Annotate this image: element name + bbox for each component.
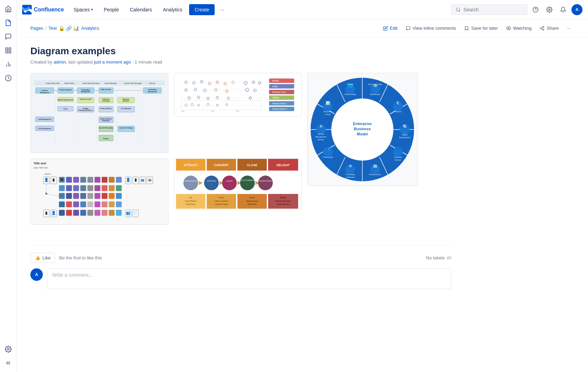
svg-line-230 [46,194,59,197]
svg-text:Blog Posts: Blog Posts [186,203,196,205]
user-avatar[interactable]: A [571,4,582,15]
svg-rect-239 [116,201,122,207]
comment-section: A Write a comment... [30,268,451,289]
svg-text:CLOSE: CLOSE [247,163,257,167]
svg-text:👤: 👤 [126,178,130,182]
more-actions-button[interactable]: ··· [564,23,574,33]
sidebar-settings-icon[interactable] [2,343,14,355]
svg-rect-235 [87,201,93,207]
breadcrumb-analytics[interactable]: Analytics [81,26,99,31]
svg-text:Long Term Strategy: Long Term Strategy [119,127,133,129]
calendars-nav[interactable]: Calendars [126,4,156,15]
svg-text:Management: Management [148,91,157,93]
save-for-later-button[interactable]: Save for later [461,23,501,33]
svg-point-114 [191,103,194,106]
page-content: Pages / Test 🔒 🔗 📊 Analytics Edit View i… [17,19,588,372]
svg-text:Development: Development [399,136,411,139]
svg-rect-226 [109,193,115,199]
svg-point-105 [254,89,256,92]
analytics-nav[interactable]: Analytics [159,4,186,15]
diagram-network[interactable]: Title test Sub-Title test Actors 👤 📱 [30,159,168,225]
diagram-flowchart[interactable]: Inside Sales Rep Sales Admin Sales Repre… [30,73,168,153]
svg-point-98 [258,82,261,84]
svg-rect-214 [87,185,93,191]
settings-button[interactable] [544,4,555,15]
enterprise-svg: Enterprise Business Model [309,76,416,183]
svg-text:Events: Events [280,197,286,199]
svg-text:👤: 👤 [44,178,49,182]
svg-rect-198 [95,177,100,183]
svg-text:Allocation: Allocation [122,100,129,102]
svg-text:📱: 📱 [52,178,56,182]
svg-text:Enterprise: Enterprise [353,122,372,126]
comment-input[interactable]: Write a comment... [47,268,451,289]
more-nav-button[interactable]: ··· [217,4,227,15]
svg-text:↓: ↓ [211,183,212,185]
sidebar-recent-icon[interactable] [2,72,14,84]
search-box[interactable]: Search [451,4,527,15]
people-nav[interactable]: People [100,4,123,15]
breadcrumb-lock-icon: 🔒 [59,26,65,31]
page-body: Diagram examples Created by admin, last … [17,37,465,303]
sidebar-grid-icon[interactable] [2,44,14,57]
svg-point-14 [549,9,550,10]
svg-text:📄: 📄 [134,211,138,215]
tag-icon: 🏷 [447,255,451,260]
svg-text:Inventory Control: Inventory Control [80,98,91,100]
svg-text:Smart Content: Smart Content [277,203,290,205]
sidebar-collapse-icon[interactable] [2,357,14,369]
breadcrumb-link-icon: 🔗 [66,26,72,31]
svg-text:Global: Global [347,83,353,85]
help-button[interactable] [530,4,541,15]
svg-text:🏢: 🏢 [373,164,378,168]
svg-text:👤: 👤 [51,211,56,215]
search-icon [456,7,461,12]
svg-text:Infrastructure: Infrastructure [369,173,381,175]
breadcrumb-test[interactable]: Test [49,26,57,31]
svg-text:Credit Management: Credit Management [38,118,51,120]
svg-text:⚙: ⚙ [349,164,352,168]
svg-point-107 [197,96,200,98]
flowchart-svg: Inside Sales Rep Sales Admin Sales Repre… [34,77,165,149]
diagram-enterprise[interactable]: Enterprise Business Model [307,73,418,186]
svg-text:Community: Community [323,156,333,158]
svg-text:Social Media: Social Media [185,200,197,202]
edit-button[interactable]: Edit [380,23,401,33]
share-button[interactable]: Share [536,23,562,33]
svg-text:↓: ↓ [247,183,248,185]
svg-point-96 [244,81,247,84]
svg-rect-233 [73,201,79,207]
view-inline-comments-button[interactable]: View inline comments [402,23,459,33]
svg-text:Outstanding: Outstanding [148,89,157,90]
svg-text:Sales Admin: Sales Admin [64,82,74,84]
create-button[interactable]: Create [189,4,215,15]
svg-text:Gross: Gross [63,108,68,110]
svg-text:Feature team 1: Feature team 1 [272,102,287,105]
diagram-timeline[interactable]: 1.0 2.0 3.1 [174,73,302,117]
watching-button[interactable]: Watching [503,23,535,33]
notifications-button[interactable] [558,4,569,15]
svg-rect-221 [73,193,79,199]
breadcrumb-pages[interactable]: Pages [30,26,43,31]
commenter-avatar: A [30,268,43,281]
svg-rect-223 [87,193,93,199]
svg-point-104 [246,88,249,91]
sidebar-chart-icon[interactable] [2,58,14,70]
left-sidebar [0,0,17,372]
author-link[interactable]: admin [53,59,66,65]
svg-rect-232 [66,201,72,207]
svg-point-18 [543,29,544,30]
updated-time-link[interactable]: just a moment ago [94,59,131,65]
svg-point-10 [457,8,460,11]
svg-marker-268 [199,181,203,185]
spaces-nav[interactable]: Spaces ▾ [69,4,97,15]
svg-text:Landing Pages: Landing Pages [215,203,228,205]
sidebar-comment-icon[interactable] [2,30,14,43]
confluence-logo[interactable]: Confluence [22,5,64,15]
bookmark-icon [464,26,469,31]
sidebar-home-icon[interactable] [2,3,14,15]
svg-text:👥: 👥 [126,211,130,215]
like-button[interactable]: 👍 Like [30,253,55,263]
sidebar-page-icon[interactable] [2,17,14,29]
diagram-funnel[interactable]: ATTRACT CONVERT CLOSE DELIGHT STRANGERS [174,159,302,209]
